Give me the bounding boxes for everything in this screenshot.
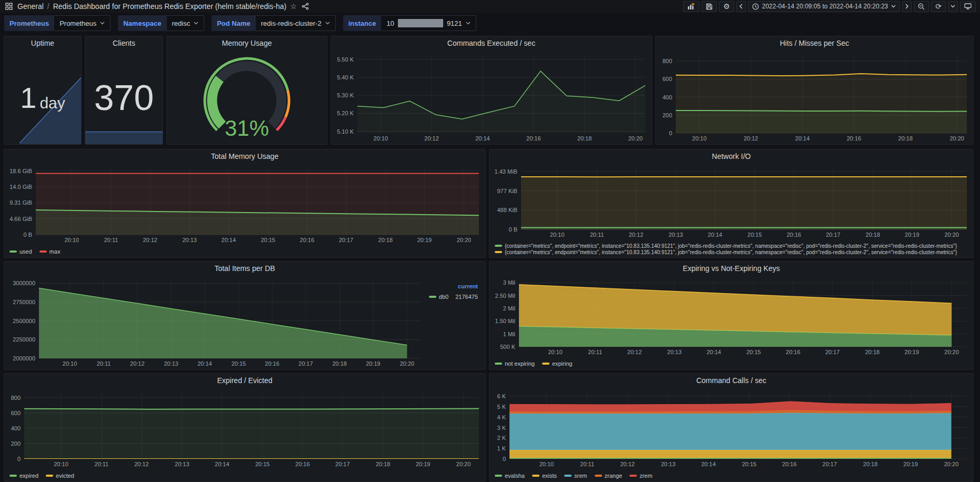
variable-instance-value[interactable]: 10 9121: [381, 15, 476, 31]
svg-text:20:18: 20:18: [378, 237, 393, 243]
panel-clients: Clients 370: [85, 36, 163, 145]
legend-item[interactable]: expired: [9, 473, 38, 479]
apps-grid-icon[interactable]: [4, 2, 14, 11]
svg-text:20:13: 20:13: [164, 360, 178, 367]
dashboard-settings-button[interactable]: ⚙: [719, 1, 734, 12]
svg-text:1 Mil: 1 Mil: [503, 331, 515, 337]
svg-text:20:14: 20:14: [197, 360, 212, 367]
zoom-out-button[interactable]: [914, 1, 929, 12]
redacted-block: [398, 19, 443, 27]
chart-total-items[interactable]: 20:1020:1120:1220:1320:1420:1520:1620:17…: [6, 276, 424, 368]
save-dashboard-button[interactable]: [702, 1, 717, 12]
panel-title[interactable]: Expiring vs Not-Expiring Keys: [489, 262, 973, 276]
legend-swatch: [429, 296, 436, 298]
svg-text:20:13: 20:13: [667, 349, 682, 355]
legend-item[interactable]: max: [39, 248, 61, 255]
legend-item[interactable]: exists: [532, 473, 557, 479]
svg-text:5 K: 5 K: [497, 404, 506, 410]
variable-namespace-value[interactable]: redisc: [167, 15, 205, 31]
svg-text:20:12: 20:12: [629, 232, 644, 238]
time-range-picker[interactable]: 2022-04-14 20:09:05 to 2022-04-14 20:20:…: [748, 1, 901, 12]
chart-network-io[interactable]: 20:1020:1120:1220:1320:1420:1520:1620:17…: [492, 164, 971, 239]
share-icon[interactable]: [301, 2, 310, 11]
svg-text:0 B: 0 B: [508, 226, 517, 233]
svg-text:20:13: 20:13: [661, 461, 676, 467]
svg-text:5.20 K: 5.20 K: [337, 110, 354, 116]
svg-text:20:19: 20:19: [366, 360, 381, 367]
legend-expired-evicted: expiredevicted: [4, 470, 485, 481]
legend-item[interactable]: zrange: [595, 473, 623, 479]
svg-text:20:12: 20:12: [627, 349, 642, 355]
legend-item[interactable]: {container="metrics", endpoint="metrics"…: [495, 249, 957, 255]
legend-item[interactable]: srem: [564, 473, 587, 479]
panel-title[interactable]: Total Memory Usage: [4, 149, 485, 164]
variable-pod-value[interactable]: redis-redis-cluster-2: [256, 15, 336, 31]
svg-text:20:19: 20:19: [417, 237, 432, 243]
legend-total-items: current db0 2176475: [424, 276, 483, 368]
add-panel-button[interactable]: [683, 1, 699, 12]
svg-text:2 Mil: 2 Mil: [503, 305, 515, 312]
caret-down-icon: [891, 5, 896, 8]
save-icon: [706, 3, 713, 10]
panel-title[interactable]: Network I/O: [489, 149, 973, 164]
svg-text:2750000: 2750000: [13, 299, 35, 305]
chart-command-calls[interactable]: 20:1020:1120:1220:1320:1420:1520:1620:17…: [492, 388, 971, 469]
variable-datasource-value[interactable]: Prometheus: [54, 15, 111, 31]
add-panel-icon: [687, 3, 695, 10]
time-back-button[interactable]: [736, 1, 746, 12]
refresh-interval-caret[interactable]: [948, 1, 958, 12]
legend-item[interactable]: not expiring: [495, 360, 535, 367]
svg-text:20:10: 20:10: [54, 461, 68, 467]
svg-text:20:16: 20:16: [300, 237, 315, 243]
svg-text:20:13: 20:13: [668, 232, 683, 238]
clock-icon: [752, 3, 759, 10]
svg-text:1.50 Mil: 1.50 Mil: [495, 318, 515, 324]
refresh-button[interactable]: ⟳: [931, 1, 946, 12]
legend-series-name[interactable]: db0: [439, 294, 448, 300]
chart-expiring-keys[interactable]: 20:1020:1120:1220:1320:1420:1520:1620:17…: [492, 276, 971, 357]
legend-item[interactable]: {container="metrics", endpoint="metrics"…: [495, 243, 957, 249]
svg-text:20:14: 20:14: [795, 135, 810, 142]
caret-down-icon: [100, 22, 105, 25]
panel-title[interactable]: Commands Executed / sec: [331, 36, 652, 51]
legend-item[interactable]: expiring: [542, 360, 573, 367]
breadcrumb-section[interactable]: General: [17, 2, 44, 11]
svg-text:0: 0: [503, 456, 506, 462]
svg-text:20:14: 20:14: [708, 232, 723, 238]
panel-expired-evicted: Expired / Evicted 20:1020:1120:1220:1320…: [4, 373, 486, 482]
panel-title[interactable]: Uptime: [4, 36, 81, 51]
star-icon[interactable]: ☆: [290, 3, 297, 10]
chart-expired-evicted[interactable]: 20:1020:1120:1220:1320:1420:1520:1620:17…: [6, 388, 483, 469]
chart-hits-misses[interactable]: 20:1020:1220:1420:1620:1820:200200400600…: [658, 51, 971, 143]
svg-text:20:12: 20:12: [130, 360, 145, 367]
legend-series-value: 2176475: [455, 294, 478, 300]
dashboard-title[interactable]: Redis Dashboard for Prometheus Redis Exp…: [53, 2, 287, 11]
svg-text:14.0 GiB: 14.0 GiB: [9, 184, 32, 190]
cycle-view-button[interactable]: [960, 1, 976, 12]
svg-text:0: 0: [669, 130, 672, 136]
panel-title[interactable]: Command Calls / sec: [489, 374, 973, 388]
panel-title[interactable]: Expired / Evicted: [4, 374, 485, 388]
svg-text:400: 400: [663, 94, 672, 101]
legend-item[interactable]: used: [9, 248, 32, 255]
caret-down-icon: [194, 22, 198, 25]
svg-text:800: 800: [663, 58, 672, 64]
legend-item[interactable]: evicted: [46, 473, 74, 479]
panel-title[interactable]: Clients: [85, 36, 163, 51]
panel-title[interactable]: Total Items per DB: [4, 262, 485, 276]
legend-item[interactable]: evalsha: [495, 473, 525, 479]
time-forward-button[interactable]: [902, 1, 912, 12]
legend-item[interactable]: zrem: [629, 473, 652, 479]
svg-text:3 K: 3 K: [497, 425, 506, 431]
chart-commands-executed[interactable]: 20:1020:1220:1420:1620:1820:205.10 K5.20…: [333, 51, 649, 143]
legend-current-header[interactable]: current: [424, 283, 478, 289]
panel-title[interactable]: Memory Usage: [167, 36, 327, 51]
panel-title[interactable]: Hits / Misses per Sec: [656, 36, 973, 51]
svg-text:20:16: 20:16: [526, 135, 541, 142]
svg-text:20:18: 20:18: [898, 135, 913, 142]
svg-text:20:11: 20:11: [590, 232, 604, 238]
refresh-icon: ⟳: [935, 3, 942, 10]
chart-total-memory[interactable]: 20:1020:1120:1220:1320:1420:1520:1620:17…: [6, 164, 483, 245]
legend-total-memory: usedmax: [4, 246, 485, 257]
svg-text:2500000: 2500000: [13, 318, 35, 324]
